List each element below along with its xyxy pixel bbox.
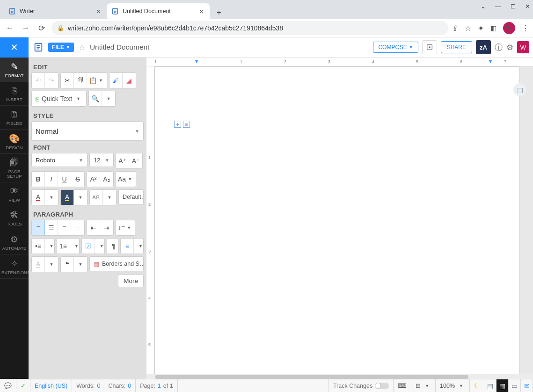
find-button[interactable]: 🔍 [89, 91, 102, 106]
share-icon[interactable]: ⇪ [452, 24, 458, 33]
close-icon[interactable]: ✕ [95, 7, 102, 15]
text-color-dropdown[interactable]: ▼ [45, 190, 58, 205]
format-painter-button[interactable]: 🖌 [110, 73, 123, 88]
sidebar-item-insert[interactable]: ⎘INSERT [0, 82, 29, 106]
underline-button[interactable]: U [58, 172, 71, 187]
highlight-button[interactable]: A [61, 190, 74, 205]
bold-button[interactable]: B [32, 172, 45, 187]
compose-button[interactable]: COMPOSE▼ [373, 42, 418, 53]
shading-button[interactable]: A [32, 257, 45, 272]
char-spacing-button[interactable]: AB [90, 190, 103, 205]
forward-button[interactable]: → [20, 22, 32, 34]
redo-button[interactable]: ↷ [45, 73, 58, 88]
sidebar-item-format[interactable]: ✎FORMAT [0, 58, 29, 82]
sidebar-item-extensions[interactable]: ✧EXTENSIONS [0, 254, 29, 279]
add-element-icon[interactable]: + [174, 121, 181, 128]
align-center-button[interactable]: ☰ [45, 220, 58, 235]
user-avatar[interactable]: W [517, 41, 529, 53]
undo-button[interactable]: ↶ [32, 73, 45, 88]
italic-button[interactable]: I [45, 172, 58, 187]
fit-button[interactable]: ⊟▼ [411, 379, 436, 392]
more-button[interactable]: More [118, 275, 144, 287]
document-page[interactable]: + ≡ [154, 66, 519, 374]
bookmark-icon[interactable]: ☆ [465, 24, 471, 33]
increase-font-button[interactable]: A⁺ [116, 153, 129, 168]
word-count[interactable]: Words:0 Chars:0 [72, 379, 136, 392]
shading-dropdown[interactable]: ▼ [45, 257, 58, 272]
number-list-button[interactable]: 1≡ [57, 239, 70, 254]
sidebar-item-fields[interactable]: 🗎FIELDS [0, 106, 29, 130]
quick-text-button[interactable]: ⎘Quick Text▼ [32, 91, 86, 106]
layout-toggle-icon[interactable]: ▤ [513, 83, 526, 96]
decrease-font-button[interactable]: A⁻ [129, 153, 142, 168]
indent-increase-button[interactable]: ⇥ [100, 220, 113, 235]
paragraph-mark-button[interactable]: ¶ [107, 239, 119, 254]
blockquote-button[interactable]: ❝ [61, 257, 74, 272]
address-bar[interactable]: 🔒 writer.zoho.com/writer/open/e98ub6c2d4… [51, 21, 448, 35]
default-font-button[interactable]: Default… [118, 189, 144, 204]
superscript-button[interactable]: A² [87, 172, 100, 187]
font-size-select[interactable]: 12▼ [89, 153, 114, 167]
bullet-list-button[interactable]: •≡ [32, 239, 45, 254]
chevron-down-icon[interactable]: ⌄ [481, 3, 486, 10]
horizontal-ruler[interactable]: 1 ▾ 1 2 3 4 5 6 ▾ 7 [146, 58, 533, 66]
highlight-dropdown[interactable]: ▼ [74, 190, 87, 205]
checklist-button[interactable]: ☑ [82, 239, 95, 254]
align-justify-button[interactable]: ≣ [71, 220, 84, 235]
sidebar-item-page-setup[interactable]: 🗐PAGE SETUP [0, 154, 29, 182]
view-mode-web[interactable]: ▤ [484, 379, 496, 392]
share-button[interactable]: SHARE [441, 41, 472, 53]
favorite-toggle[interactable]: ☆ [79, 43, 85, 52]
view-mode-read[interactable]: ▭ [509, 379, 521, 392]
align-left-button[interactable]: ≡ [32, 220, 45, 235]
minimize-icon[interactable]: ― [495, 3, 501, 10]
font-family-select[interactable]: Roboto▼ [31, 153, 88, 167]
new-tab-button[interactable]: + [212, 6, 226, 19]
page-scroll[interactable]: + ≡ ▤ [154, 66, 533, 374]
spellcheck-icon[interactable]: ✓ [16, 379, 30, 392]
night-mode-icon[interactable]: ☾ [470, 379, 484, 392]
horizontal-scrollbar[interactable] [146, 374, 533, 379]
browser-tab-writer[interactable]: Writer ✕ [4, 3, 107, 19]
line-spacing-button[interactable]: ↕≡▼ [116, 220, 135, 235]
direction-button[interactable]: ≡ [121, 239, 134, 254]
indent-decrease-button[interactable]: ⇤ [87, 220, 100, 235]
comments-icon[interactable]: 💬 [0, 379, 16, 392]
browser-tab-untitled[interactable]: Untitled Document ✕ [107, 3, 210, 19]
number-list-dropdown[interactable]: ▼ [70, 239, 80, 254]
main-menu-button[interactable]: ✕ [0, 37, 29, 58]
reload-button[interactable]: ⟳ [36, 22, 48, 34]
copy-button[interactable]: 🗐 [74, 73, 87, 88]
text-color-button[interactable]: A [32, 190, 45, 205]
view-mode-mail[interactable]: ✉ [521, 379, 533, 392]
page-indicator[interactable]: Page:1of 1 [136, 379, 177, 392]
side-panel-icon[interactable]: ◧ [490, 24, 496, 32]
find-dropdown[interactable]: ▼ [102, 91, 115, 106]
vertical-ruler[interactable]: 1 2 3 4 5 [146, 66, 154, 374]
download-icon[interactable] [422, 40, 437, 54]
view-mode-page[interactable]: ▦ [496, 379, 509, 392]
align-right-button[interactable]: ≡ [58, 220, 71, 235]
sidebar-item-tools[interactable]: 🛠TOOLS [0, 206, 29, 230]
gear-icon[interactable]: ⚙ [506, 43, 513, 52]
file-menu[interactable]: FILE▼ [48, 43, 74, 52]
profile-avatar[interactable]: W [503, 22, 515, 34]
keyboard-icon[interactable]: ⌨ [394, 379, 411, 392]
checklist-dropdown[interactable]: ▼ [95, 239, 105, 254]
close-window-icon[interactable]: ✕ [525, 3, 530, 10]
browser-menu-icon[interactable]: ⋮ [522, 24, 529, 33]
cut-button[interactable]: ✂ [61, 73, 74, 88]
blockquote-dropdown[interactable]: ▼ [74, 257, 87, 272]
sidebar-item-automate[interactable]: ⚙AUTOMATE [0, 230, 29, 254]
borders-shading-button[interactable]: ▦Borders and S… [89, 256, 144, 271]
text-case-button[interactable]: Aa▼ [116, 172, 136, 187]
char-spacing-dropdown[interactable]: ▼ [103, 190, 116, 205]
clear-format-button[interactable]: ◢ [123, 73, 136, 88]
sidebar-item-design[interactable]: 🎨DESIGN [0, 130, 29, 154]
maximize-icon[interactable]: ☐ [511, 3, 516, 10]
subscript-button[interactable]: A₂ [100, 172, 113, 187]
strike-button[interactable]: S [71, 172, 84, 187]
style-select[interactable]: Normal▼ [31, 121, 144, 141]
direction-dropdown[interactable]: ▼ [134, 239, 144, 254]
back-button[interactable]: ← [4, 22, 16, 34]
